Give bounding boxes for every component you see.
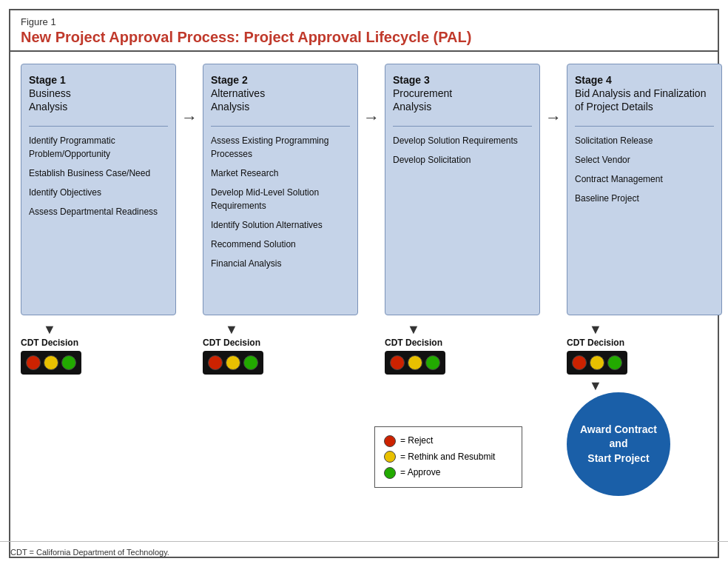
legend-box: = Reject = Rethink and Resubmit = Approv… xyxy=(374,426,522,488)
stage1-items: Identify Programmatic Problem/Opportunit… xyxy=(29,134,168,218)
stage2-cdt-label: CDT Decision xyxy=(203,338,260,348)
stage2-items: Assess Existing Programming Processes Ma… xyxy=(211,134,350,270)
legend-row-green: = Approve xyxy=(384,465,513,481)
stage3-title: Stage 3 Procurement Analysis xyxy=(393,73,532,114)
stage4-traffic-light xyxy=(567,351,627,375)
stage4-item-3: Contract Management xyxy=(575,172,714,186)
stage2-item-1: Assess Existing Programming Processes xyxy=(211,134,350,161)
legend-row-red: = Reject xyxy=(384,433,513,449)
stage2-item-4: Identify Solution Alternatives xyxy=(211,218,350,232)
legend-red-light xyxy=(384,435,396,447)
stage1-cdt-section: ▼ CDT Decision xyxy=(21,323,81,375)
stage1-cdt-label: CDT Decision xyxy=(21,338,78,348)
stage2-cdt-arrow: ▼ xyxy=(225,323,238,336)
stage2-item-5: Recommend Solution xyxy=(211,238,350,251)
stage2-col: Stage 2 Alternatives Analysis Assess Exi… xyxy=(203,64,358,375)
stage1-item-2: Establish Business Case/Need xyxy=(29,167,168,180)
stage4-block: Stage 4 Bid Analysis and Finalization of… xyxy=(567,64,722,315)
stage1-red-light xyxy=(26,355,41,370)
stage3-items: Develop Solution Requirements Develop So… xyxy=(393,134,532,167)
legend-yellow-light xyxy=(384,451,396,463)
stage3-traffic-light xyxy=(385,351,445,375)
stage1-title: Stage 1 Business Analysis xyxy=(29,73,168,114)
stage1-item-1: Identify Programmatic Problem/Opportunit… xyxy=(29,134,168,161)
legend-green-light xyxy=(384,467,396,479)
stage2-title: Stage 2 Alternatives Analysis xyxy=(211,73,350,114)
stage2-item-6: Financial Analysis xyxy=(211,257,350,270)
stage4-green-light xyxy=(607,355,622,370)
stage3-item-1: Develop Solution Requirements xyxy=(393,134,532,147)
stage3-yellow-light xyxy=(408,355,422,370)
stage1-block: Stage 1 Business Analysis Identify Progr… xyxy=(21,64,176,315)
stage3-block: Stage 3 Procurement Analysis Develop Sol… xyxy=(385,64,540,315)
stage3-green-light xyxy=(425,355,440,370)
arrow-2-3: → xyxy=(358,64,385,127)
main-content: Stage 1 Business Analysis Identify Progr… xyxy=(10,52,718,494)
figure-title: New Project Approval Process: Project Ap… xyxy=(10,29,718,52)
stage3-red-light xyxy=(390,355,405,370)
stage1-col: Stage 1 Business Analysis Identify Progr… xyxy=(21,64,176,375)
stage2-green-light xyxy=(243,355,258,370)
stage3-cdt-label: CDT Decision xyxy=(385,338,442,348)
stage4-red-light xyxy=(572,355,587,370)
stage2-yellow-light xyxy=(226,355,240,370)
outer-border: Figure 1 New Project Approval Process: P… xyxy=(9,9,719,558)
legend-area: = Reject = Rethink and Resubmit = Approv… xyxy=(368,415,707,488)
stage3-cdt-arrow: ▼ xyxy=(407,323,420,336)
stage4-item-2: Select Vendor xyxy=(575,153,714,167)
stage2-item-2: Market Research xyxy=(211,167,350,180)
stage3-cdt-section: ▼ CDT Decision xyxy=(385,323,445,375)
stage4-item-4: Baseline Project xyxy=(575,192,714,205)
stage4-cdt-arrow: ▼ xyxy=(589,323,602,336)
legend-yellow-text: = Rethink and Resubmit xyxy=(400,449,495,466)
legend-row-yellow: = Rethink and Resubmit xyxy=(384,449,513,466)
stage3-col: Stage 3 Procurement Analysis Develop Sol… xyxy=(385,64,540,375)
figure-label: Figure 1 xyxy=(10,10,718,29)
legend-red-text: = Reject xyxy=(400,433,433,449)
stage1-item-4: Assess Departmental Readiness xyxy=(29,205,168,218)
stage1-cdt-arrow: ▼ xyxy=(43,323,56,336)
stage4-cdt-label: CDT Decision xyxy=(567,338,624,348)
stage1-item-3: Identify Objectives xyxy=(29,186,168,199)
stage3-item-2: Develop Solicitation xyxy=(393,153,532,167)
legend-green-text: = Approve xyxy=(400,465,440,481)
stage1-yellow-light xyxy=(44,355,58,370)
stage4-title: Stage 4 Bid Analysis and Finalization of… xyxy=(575,73,714,114)
stage2-cdt-section: ▼ CDT Decision xyxy=(203,323,263,375)
stage2-traffic-light xyxy=(203,351,263,375)
stage1-green-light xyxy=(61,355,76,370)
footer-note: CDT = California Department of Technolog… xyxy=(0,541,728,561)
stage2-item-3: Develop Mid-Level Solution Requirements xyxy=(211,186,350,212)
stage4-yellow-light xyxy=(590,355,604,370)
stage2-block: Stage 2 Alternatives Analysis Assess Exi… xyxy=(203,64,358,315)
stage4-items: Solicitation Release Select Vendor Contr… xyxy=(575,134,714,205)
stage4-award-arrow: ▼ xyxy=(589,379,602,392)
stage1-traffic-light xyxy=(21,351,81,375)
arrow-3-4: → xyxy=(540,64,567,127)
arrow-1-2: → xyxy=(176,64,203,127)
stage2-red-light xyxy=(208,355,223,370)
stage4-item-1: Solicitation Release xyxy=(575,134,714,147)
